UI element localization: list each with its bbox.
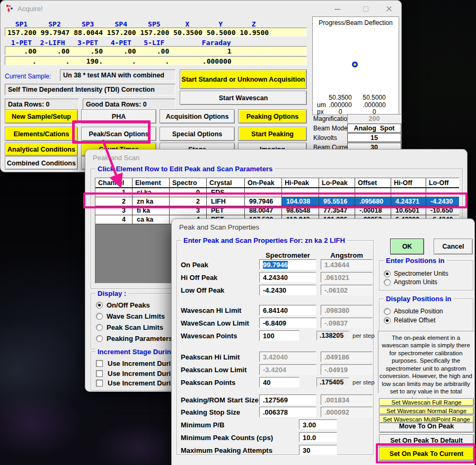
beam-deflection-panel: Progress/Beam Deflection 50.3500 50.5000… (312, 16, 399, 115)
radio-peak-scan-limits[interactable] (96, 324, 103, 331)
input-peaking-rom-start-size-spectrometer[interactable]: .127569 (259, 394, 316, 405)
input-wavescan-points-spectrometer[interactable]: 100 (259, 330, 299, 341)
input-peakscan-low-limit-spectrometer[interactable]: -3.4204 (259, 364, 316, 375)
radio-wave-scan-limits[interactable] (96, 313, 103, 320)
table-row-zn-ka[interactable]: 2zn ka2LIFH99.7946104.03895.5516.0956804… (95, 197, 459, 206)
um-y-value: .000000 (357, 101, 391, 109)
input-peaking-rom-start-size-angstrom[interactable]: .001834 (321, 394, 373, 405)
pha-button[interactable]: PHA (81, 109, 156, 124)
kilovolts-field[interactable]: 15 (347, 133, 401, 142)
new-sample-setup-button[interactable]: New Sample/Setup (5, 109, 78, 124)
app-icon (6, 4, 14, 13)
input-peaking-stop-size-angstrom[interactable]: .000092 (321, 407, 373, 417)
acquire-titlebar[interactable]: Acquire! (1, 1, 401, 16)
maximize-icon (363, 6, 368, 12)
radio-relative-offset[interactable] (384, 317, 391, 324)
field-label-hi-off-peak: Hi Off Peak (181, 274, 217, 282)
input-minimum-peak-counts-cps[interactable]: 10.0 (299, 432, 337, 442)
magnification-label: Magnification (313, 115, 351, 122)
input-low-off-peak-spectrometer[interactable]: -4.2430 (259, 285, 316, 295)
checkbox-use-increment-1[interactable] (96, 360, 103, 367)
tdi-correction-field: Self Time Dependent Intensity (TDI) Corr… (5, 84, 175, 95)
elements-cations-button[interactable]: Elements/Cations (5, 127, 78, 141)
acquisition-options-button[interactable]: Acquisition Options (160, 109, 235, 124)
set-wavescan-normal-range-button[interactable]: Set Wavescan Normal Range (379, 407, 474, 415)
input-peaking-stop-size-spectrometer[interactable]: .006378 (259, 407, 316, 417)
cancel-button[interactable]: Cancel (434, 239, 473, 255)
radio-absolute-position[interactable] (384, 308, 391, 315)
window-title: Acquire! (17, 5, 43, 13)
table-header-hi-off: Hi-Off (391, 178, 426, 187)
ok-button[interactable]: OK (390, 239, 424, 255)
table-header-element: Element (133, 178, 170, 187)
radio-label-peak-scan-limits: Peak Scan Limits (107, 323, 163, 331)
peak-scan-options-button[interactable]: Peak/Scan Options (81, 127, 156, 141)
set-wavescan-multipoint-range-button[interactable]: Set Wavescan MultiPoint Range (379, 415, 474, 423)
start-peaking-button[interactable]: Start Peaking (238, 127, 307, 141)
peak-scan-properties-window: Peak and Scan Properties Enter Peak and … (171, 218, 475, 465)
special-options-button[interactable]: Special Options (160, 127, 235, 141)
table-cell: 95.5516 (319, 197, 355, 206)
set-wavescan-full-range-button[interactable]: Set Wavescan Full Range (379, 398, 474, 406)
window-title: Peak and Scan Properties (179, 223, 259, 231)
properties-titlebar[interactable]: Peak and Scan Properties (172, 219, 474, 235)
current-sample-field: Un 38 * test MAN with combined (60, 69, 175, 81)
field-label-wavescan-points: Wavescan Points (181, 332, 237, 340)
input-peakscan-hi-limit-angstrom[interactable]: .049186 (321, 352, 373, 362)
input-maximum-peaking-attempts[interactable]: 30 (299, 445, 337, 455)
peaking-options-button[interactable]: Peaking Options (238, 109, 307, 124)
checkbox-use-increment-3[interactable] (96, 380, 103, 387)
input-peakscan-low-limit-angstrom[interactable]: -.04919 (321, 364, 373, 375)
table-cell: 88.0047 (245, 206, 282, 215)
beam-mode-field[interactable]: Analog Spot (347, 124, 401, 133)
table-header-spectro: Spectro (170, 178, 207, 187)
radio-on-off-peaks[interactable] (96, 302, 103, 309)
input-peakscan-hi-limit-spectrometer[interactable]: 3.42040 (259, 352, 316, 362)
input-wavescan-low-limit-angstrom[interactable]: -.09837 (321, 318, 373, 328)
radio-angstrom-units[interactable] (384, 279, 391, 286)
input-minimum-p-b[interactable]: 3.00 (299, 419, 337, 429)
table-header-lo-peak: Lo-Peak (319, 178, 355, 187)
table-cell: -.00018 (355, 206, 391, 215)
stage-position-row: 50.3500 50.5000 (313, 94, 399, 101)
table-cell: zn ka (133, 197, 170, 206)
minimize-button[interactable] (328, 3, 346, 15)
input-low-off-peak-angstrom[interactable]: -.06102 (321, 285, 373, 295)
combined-conditions-button[interactable]: Combined Conditions (5, 156, 78, 170)
table-cell: ca ka (133, 215, 170, 224)
radio-spectrometer-units[interactable] (384, 270, 391, 277)
table-cell: 98.6548 (282, 206, 319, 215)
set-on-peak-default-button[interactable]: Set On Peak To Default (379, 434, 474, 446)
input-hi-off-peak-spectrometer[interactable]: 4.24340 (259, 272, 316, 283)
input-wavescan-hi-limit-spectrometer[interactable]: 6.84140 (259, 305, 316, 315)
crystal-values-row1: .00 .00 .50 .00 .00 1 (5, 46, 307, 55)
table-row-si-ka[interactable]: 1si ka0EDS (95, 188, 459, 197)
input-on-peak-angstrom[interactable]: 1.43644 (321, 259, 373, 270)
stage-x-value: 50.3500 (323, 94, 357, 101)
display-group-title: Display : (95, 289, 128, 297)
radio-label-on-off-peaks: On/Off Peaks (107, 301, 150, 309)
desktop: Acquire! SP1 SP2 SP3 SP4 SP5 X Y Z 157.2… (0, 0, 476, 465)
acquire-window: Acquire! SP1 SP2 SP3 SP4 SP5 X Y Z 157.2… (0, 0, 402, 172)
minimize-icon (334, 9, 340, 10)
peak-scan-titlebar[interactable]: Peak and Scan (85, 150, 467, 165)
input-wavescan-hi-limit-angstrom[interactable]: .098380 (321, 305, 373, 315)
input-wavescan-low-limit-spectrometer[interactable]: -6.8409 (259, 318, 316, 328)
close-button[interactable] (380, 3, 398, 15)
table-cell: -4.2430 (426, 197, 460, 206)
maximize-button[interactable] (357, 3, 375, 15)
checkbox-use-increment-2[interactable] (96, 370, 103, 377)
input-hi-off-peak-angstrom[interactable]: .061021 (321, 272, 373, 283)
start-acquisition-button[interactable]: Start Standard or Unknown Acquisition (180, 69, 307, 89)
input-peakscan-points-spectrometer[interactable]: 40 (259, 377, 299, 388)
radio-peaking-parameters[interactable] (96, 335, 103, 342)
analytical-conditions-button[interactable]: Analytical Conditions (5, 143, 78, 156)
input-on-peak-spectrometer[interactable]: 99.7946 (259, 259, 316, 270)
table-row-ti-ka[interactable]: 3ti ka3PET88.004798.654877.3547-.0001810… (95, 206, 459, 215)
field-label-peakscan-low-limit: Peakscan Low Limit (181, 366, 246, 374)
start-wavescan-button[interactable]: Start Wavescan (180, 91, 307, 105)
table-cell: 1 (95, 188, 133, 197)
table-cell: 104.038 (282, 197, 319, 206)
set-on-peak-current-button[interactable]: Set On Peak To Current (379, 447, 474, 461)
table-header-crystal: Crystal (207, 178, 245, 187)
